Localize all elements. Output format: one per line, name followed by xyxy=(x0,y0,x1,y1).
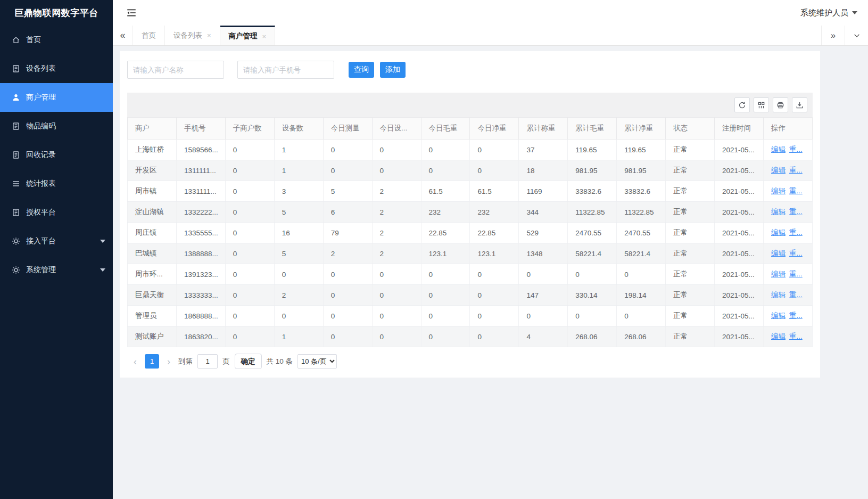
goto-page-input[interactable] xyxy=(197,354,218,369)
printer-icon[interactable] xyxy=(773,97,788,112)
reset-link[interactable]: 重... xyxy=(789,228,803,236)
table-cell: 0 xyxy=(421,285,470,306)
table-cell: 4 xyxy=(519,326,568,347)
table-cell: 2 xyxy=(274,285,323,306)
tabs-scroll-left-button[interactable]: « xyxy=(113,26,133,45)
user-menu[interactable]: 系统维护人员 xyxy=(800,8,857,18)
tab-device-list[interactable]: 设备列表 × xyxy=(165,26,220,45)
tab-home[interactable]: 首页 xyxy=(133,26,165,45)
table-cell: 正常 xyxy=(666,160,715,181)
table-cell: 11322.85 xyxy=(617,202,666,223)
reset-link[interactable]: 重... xyxy=(789,332,803,340)
table-row: 淀山湖镇1332222...056223223234411322.8511322… xyxy=(128,202,813,223)
edit-link[interactable]: 编辑 xyxy=(771,291,786,299)
table-cell: 0 xyxy=(225,223,274,243)
sidebar-item-device-list[interactable]: 设备列表 xyxy=(0,54,113,83)
table-cell: 0 xyxy=(421,160,470,181)
sidebar-item-label: 授权平台 xyxy=(26,208,56,217)
page-label: 页 xyxy=(222,357,230,366)
table-row: 开发区1311111...01000018981.95981.95正常2021-… xyxy=(128,160,813,181)
table-cell: 5 xyxy=(274,202,323,223)
columns-icon[interactable] xyxy=(754,97,769,112)
export-icon[interactable] xyxy=(792,97,807,112)
next-page-button[interactable]: › xyxy=(164,357,173,366)
sidebar-item-statistics-reports[interactable]: 统计报表 xyxy=(0,169,113,198)
column-header: 设备数 xyxy=(274,118,323,140)
tab-merchant-management[interactable]: 商户管理 × xyxy=(220,26,276,45)
table-cell: 119.65 xyxy=(617,140,666,160)
table-row: 管理员1868888...000000000正常2021-05...编辑重... xyxy=(128,306,813,326)
tabs-menu-button[interactable] xyxy=(845,26,868,45)
column-header: 今日设... xyxy=(372,118,421,140)
reset-link[interactable]: 重... xyxy=(789,208,803,216)
merchant-name-input[interactable] xyxy=(127,61,224,79)
edit-link[interactable]: 编辑 xyxy=(771,332,786,340)
prev-page-button[interactable]: ‹ xyxy=(130,357,140,366)
table-cell: 2021-05... xyxy=(715,181,764,202)
reset-link[interactable]: 重... xyxy=(789,187,803,195)
edit-link[interactable]: 编辑 xyxy=(771,166,786,174)
edit-link[interactable]: 编辑 xyxy=(771,312,786,320)
edit-link[interactable]: 编辑 xyxy=(771,249,786,257)
refresh-icon[interactable] xyxy=(734,97,750,112)
table-cell: 330.14 xyxy=(568,285,617,306)
merchant-phone-input[interactable] xyxy=(237,61,334,79)
tab-label: 商户管理 xyxy=(229,31,258,41)
page-size-select[interactable]: 10 条/页 xyxy=(297,354,337,369)
table-cell: 0 xyxy=(470,160,519,181)
table-cell: 0 xyxy=(323,264,372,285)
table-cell: 2021-05... xyxy=(715,264,764,285)
sidebar-item-item-codes[interactable]: 物品编码 xyxy=(0,112,113,141)
confirm-page-button[interactable]: 确定 xyxy=(235,354,262,369)
reset-link[interactable]: 重... xyxy=(789,270,803,278)
collapse-sidebar-icon[interactable] xyxy=(126,7,137,18)
table-cell: 0 xyxy=(568,306,617,326)
table-cell: 巨鼎天衡 xyxy=(128,285,177,306)
page-number-button[interactable]: 1 xyxy=(145,354,159,369)
actions-cell: 编辑重... xyxy=(763,306,812,326)
table-cell: 123.1 xyxy=(470,243,519,264)
table-row: 周市环...1391323...000000000正常2021-05...编辑重… xyxy=(128,264,813,285)
reset-link[interactable]: 重... xyxy=(789,166,803,174)
sidebar-item-authorized-platform[interactable]: 授权平台 xyxy=(0,198,113,227)
table-cell: 37 xyxy=(519,140,568,160)
chevron-down-icon xyxy=(100,268,105,272)
gear-icon xyxy=(12,266,20,274)
reset-link[interactable]: 重... xyxy=(789,145,803,153)
sidebar-item-access-platform[interactable]: 接入平台 xyxy=(0,227,113,256)
table-cell: 2021-05... xyxy=(715,140,764,160)
tabs-scroll-right-button[interactable]: » xyxy=(821,26,845,45)
table-cell: 正常 xyxy=(666,202,715,223)
table-cell: 0 xyxy=(225,243,274,264)
edit-link[interactable]: 编辑 xyxy=(771,228,786,236)
column-header: 今日毛重 xyxy=(421,118,470,140)
top-header: 系统维护人员 xyxy=(113,0,868,26)
sidebar-item-recycle-records[interactable]: 回收记录 xyxy=(0,141,113,169)
query-button[interactable]: 查询 xyxy=(349,62,374,78)
table-cell: 0 xyxy=(372,306,421,326)
column-header: 状态 xyxy=(666,118,715,140)
table-cell: 1 xyxy=(274,160,323,181)
actions-cell: 编辑重... xyxy=(763,243,812,264)
table-cell: 2 xyxy=(372,202,421,223)
content-area: 查询 添加 xyxy=(113,46,868,499)
edit-link[interactable]: 编辑 xyxy=(771,270,786,278)
table-cell: 0 xyxy=(519,264,568,285)
edit-link[interactable]: 编辑 xyxy=(771,187,786,195)
table-cell: 0 xyxy=(225,326,274,347)
column-header: 累计毛重 xyxy=(568,118,617,140)
sidebar-item-merchant-management[interactable]: 商户管理 xyxy=(0,83,113,112)
table-cell: 2 xyxy=(323,243,372,264)
table-cell: 1333333... xyxy=(176,285,225,306)
edit-link[interactable]: 编辑 xyxy=(771,208,786,216)
sidebar-item-home[interactable]: 首页 xyxy=(0,26,113,54)
add-button[interactable]: 添加 xyxy=(380,62,406,78)
reset-link[interactable]: 重... xyxy=(789,312,803,320)
reset-link[interactable]: 重... xyxy=(789,249,803,257)
close-icon[interactable]: × xyxy=(262,32,267,40)
close-icon[interactable]: × xyxy=(207,31,211,39)
table-cell: 0 xyxy=(470,285,519,306)
sidebar-item-system-management[interactable]: 系统管理 xyxy=(0,256,113,284)
reset-link[interactable]: 重... xyxy=(789,291,803,299)
edit-link[interactable]: 编辑 xyxy=(771,145,786,153)
